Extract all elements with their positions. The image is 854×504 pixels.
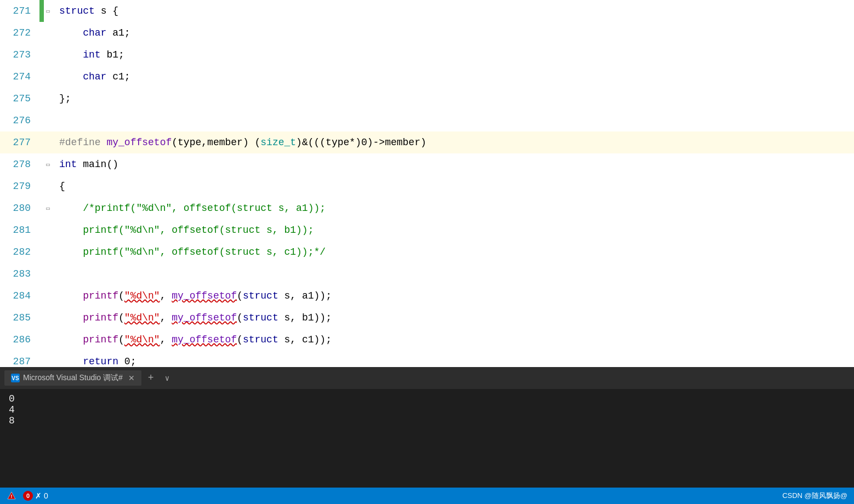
line-number-275: 275	[0, 93, 39, 104]
line-number-274: 274	[0, 71, 39, 82]
code-content-273: int b1;	[55, 44, 854, 66]
panel-tab-close[interactable]: ✕	[128, 374, 135, 382]
code-line-279: 279 {	[0, 175, 854, 197]
code-line-275: 275 };	[0, 88, 854, 110]
code-line-285: 285 printf("%d\n", my_offsetof(struct s,…	[0, 307, 854, 329]
code-line-278: 278 ▭ int main()	[0, 153, 854, 175]
error-badge: 0	[23, 491, 33, 501]
collapse-278[interactable]: ▭	[46, 161, 55, 169]
panel-tab-label: Microsoft Visual Studio 调试#	[23, 373, 123, 383]
line-number-279: 279	[0, 181, 39, 192]
code-line-276: 276	[0, 110, 854, 131]
line-number-273: 273	[0, 49, 39, 60]
line-gutter-274	[39, 66, 44, 88]
code-content-277: #define my_offsetof(type,member) (size_t…	[55, 131, 854, 153]
line-gutter-273	[39, 44, 44, 66]
code-content-271: struct s {	[55, 0, 854, 22]
line-gutter-287	[39, 351, 44, 367]
code-line-283: 283	[0, 263, 854, 285]
code-line-277: 277 #define my_offsetof(type,member) (si…	[0, 131, 854, 153]
warning-icon: !	[7, 491, 16, 501]
line-number-281: 281	[0, 225, 39, 236]
error-count-item[interactable]: 0 ✗ 0	[23, 491, 48, 501]
vs-icon-text: VS	[12, 375, 19, 381]
line-gutter-272	[39, 22, 44, 44]
status-bar: ! 0 ✗ 0 CSDN @随风飘扬@	[0, 488, 854, 504]
line-number-272: 272	[0, 27, 39, 38]
code-content-275: };	[55, 88, 854, 110]
code-line-282: 282 printf("%d\n", offsetof(struct s, c1…	[0, 241, 854, 263]
line-number-283: 283	[0, 268, 39, 279]
code-line-280: 280 ▭ /*printf("%d\n", offsetof(struct s…	[0, 197, 854, 219]
error-count: 0	[26, 492, 30, 499]
code-line-272: 272 char a1;	[0, 22, 854, 44]
code-content-279: {	[55, 175, 854, 197]
code-line-271: 271 ▭ struct s {	[0, 0, 854, 22]
line-number-276: 276	[0, 115, 39, 126]
output-line-3: 8	[9, 415, 845, 426]
status-right: CSDN @随风飘扬@	[782, 491, 847, 501]
editor-container: 271 ▭ struct s { 272 char a1; 273 int b1…	[0, 0, 854, 504]
panel-tab-add[interactable]: +	[144, 373, 158, 383]
panel-tabs: VS Microsoft Visual Studio 调试# ✕ + ∨	[0, 367, 854, 389]
line-gutter-286	[39, 329, 44, 351]
output-line-1: 0	[9, 393, 845, 404]
code-content-280: /*printf("%d\n", offsetof(struct s, a1))…	[55, 197, 854, 219]
line-gutter-285	[39, 307, 44, 329]
line-gutter-280	[39, 197, 44, 219]
line-gutter-275	[39, 88, 44, 110]
line-gutter-277	[39, 131, 44, 153]
debug-output-tab[interactable]: VS Microsoft Visual Studio 调试# ✕	[4, 370, 141, 386]
line-number-280: 280	[0, 203, 39, 214]
line-gutter-279	[39, 175, 44, 197]
line-gutter-282	[39, 241, 44, 263]
code-area: 271 ▭ struct s { 272 char a1; 273 int b1…	[0, 0, 854, 367]
code-line-286: 286 printf("%d\n", my_offsetof(struct s,…	[0, 329, 854, 351]
code-content-278: int main()	[55, 153, 854, 175]
code-content-282: printf("%d\n", offsetof(struct s, c1));*…	[55, 241, 854, 263]
line-gutter-271	[39, 0, 44, 22]
line-number-285: 285	[0, 312, 39, 323]
bottom-panel: VS Microsoft Visual Studio 调试# ✕ + ∨ 0 4…	[0, 367, 854, 488]
code-content-287: return 0;	[55, 351, 854, 367]
line-gutter-281	[39, 219, 44, 241]
code-content-272: char a1;	[55, 22, 854, 44]
code-line-273: 273 int b1;	[0, 44, 854, 66]
code-line-274: 274 char c1;	[0, 66, 854, 88]
line-number-287: 287	[0, 356, 39, 367]
line-number-277: 277	[0, 137, 39, 148]
line-number-278: 278	[0, 159, 39, 170]
error-number: 0	[44, 491, 48, 500]
error-indicator[interactable]: !	[7, 491, 16, 501]
code-content-274: char c1;	[55, 66, 854, 88]
code-line-281: 281 printf("%d\n", offsetof(struct s, b1…	[0, 219, 854, 241]
credit-text: CSDN @随风飘扬@	[782, 491, 847, 500]
output-line-2: 4	[9, 404, 845, 415]
status-left: ! 0 ✗ 0	[7, 491, 48, 501]
code-content-284: printf("%d\n", my_offsetof(struct s, a1)…	[55, 285, 854, 307]
code-line-287: 287 return 0;	[0, 351, 854, 367]
line-number-271: 271	[0, 5, 39, 16]
code-content-286: printf("%d\n", my_offsetof(struct s, c1)…	[55, 329, 854, 351]
code-lines: 271 ▭ struct s { 272 char a1; 273 int b1…	[0, 0, 854, 367]
code-line-284: 284 printf("%d\n", my_offsetof(struct s,…	[0, 285, 854, 307]
line-gutter-278	[39, 153, 44, 175]
line-number-282: 282	[0, 247, 39, 257]
line-gutter-284	[39, 285, 44, 307]
line-gutter-276	[39, 110, 44, 131]
svg-text:!: !	[11, 494, 13, 499]
collapse-271[interactable]: ▭	[46, 7, 55, 15]
line-gutter-283	[39, 263, 44, 285]
code-content-281: printf("%d\n", offsetof(struct s, b1));	[55, 219, 854, 241]
line-number-284: 284	[0, 290, 39, 301]
code-content-285: printf("%d\n", my_offsetof(struct s, b1)…	[55, 307, 854, 329]
collapse-280[interactable]: ▭	[46, 204, 55, 213]
panel-tab-chevron[interactable]: ∨	[161, 374, 174, 383]
panel-output: 0 4 8	[0, 389, 854, 488]
vs-icon: VS	[11, 374, 20, 382]
line-number-286: 286	[0, 334, 39, 345]
error-x-icon: ✗	[35, 491, 42, 500]
